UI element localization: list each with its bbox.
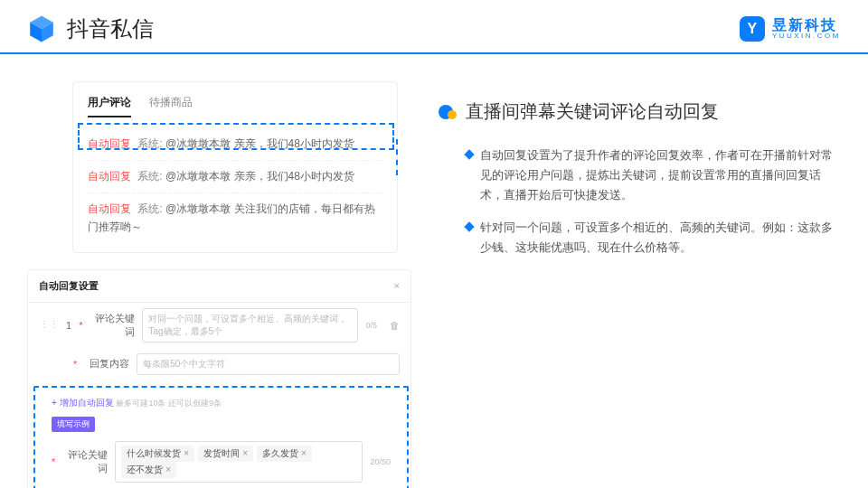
connector-line bbox=[396, 139, 398, 175]
bullet-text: 针对同一个问题，可设置多个相近的、高频的关键词。例如：这款多少钱、这块能优惠吗、… bbox=[480, 218, 841, 258]
settings-title: 自动回复设置 bbox=[39, 279, 99, 293]
brand-name: 昱新科技 bbox=[772, 17, 841, 33]
row-index: 1 bbox=[66, 320, 71, 331]
tag-chip[interactable]: 还不发货 bbox=[121, 462, 176, 478]
required-icon: * bbox=[52, 456, 55, 467]
keyword-input[interactable]: 对同一个问题，可设置多个相近、高频的关键词，Tag确定，最多5个 bbox=[142, 308, 358, 343]
example-tag: 填写示例 bbox=[52, 417, 95, 432]
add-hint: 最多可建10条 还可以创建9条 bbox=[116, 399, 222, 408]
tag-chip[interactable]: 什么时候发货 bbox=[121, 446, 194, 462]
keyword-count: 0/5 bbox=[365, 321, 377, 330]
keyword-label: 评论关键词 bbox=[90, 312, 135, 339]
example-keyword-input[interactable]: 什么时候发货发货时间多久发货还不发货 bbox=[115, 441, 363, 483]
system-label: 系统: bbox=[137, 170, 162, 183]
required-icon: * bbox=[79, 320, 82, 331]
add-auto-reply-link[interactable]: + 增加自动回复 最多可建10条 还可以创建9条 bbox=[41, 393, 401, 413]
highlight-box-1 bbox=[78, 123, 394, 150]
section-title: 直播间弹幕关键词评论自动回复 bbox=[466, 99, 719, 124]
tag-chip[interactable]: 发货时间 bbox=[198, 446, 253, 462]
logo-cube-icon bbox=[27, 14, 56, 43]
comment-row: 自动回复 系统: @冰墩墩本墩 亲亲，我们48小时内发货 bbox=[88, 161, 382, 193]
system-label: 系统: bbox=[137, 202, 162, 215]
example-keyword-label: 评论关键词 bbox=[62, 448, 108, 475]
bullet-item: 自动回复设置为了提升作者的评论回复效率，作者可在开播前针对常见的评论用户问题，提… bbox=[439, 145, 841, 205]
highlight-box-2: + 增加自动回复 最多可建10条 还可以创建9条 填写示例 * 评论关键词 什么… bbox=[33, 386, 409, 488]
content-input[interactable]: 每条限50个中文字符 bbox=[137, 353, 400, 375]
brand-icon: Y bbox=[740, 16, 765, 42]
tag-chip[interactable]: 多久发货 bbox=[257, 446, 312, 462]
comments-card: 用户评论 待播商品 自动回复 系统: @冰墩墩本墩 亲亲，我们48小时内发货 自… bbox=[72, 81, 398, 253]
tab-user-comments[interactable]: 用户评论 bbox=[88, 95, 131, 117]
comment-text: @冰墩墩本墩 亲亲，我们48小时内发货 bbox=[165, 170, 354, 183]
drag-icon[interactable]: ⋮⋮ bbox=[39, 319, 59, 331]
page-title: 抖音私信 bbox=[67, 14, 154, 43]
required-icon: * bbox=[73, 359, 77, 370]
content-label: 回复内容 bbox=[84, 357, 129, 371]
settings-card: 自动回复设置 × ⋮⋮ 1 * 评论关键词 对同一个问题，可设置多个相近、高频的… bbox=[27, 269, 411, 488]
brand-sub: YUUXIN.COM bbox=[772, 33, 841, 41]
auto-reply-tag: 自动回复 bbox=[88, 202, 131, 215]
example-keyword-count: 20/50 bbox=[370, 457, 391, 466]
bullet-text: 自动回复设置为了提升作者的评论回复效率，作者可在开播前针对常见的评论用户问题，提… bbox=[480, 145, 841, 205]
comment-row: 自动回复 系统: @冰墩墩本墩 关注我们的店铺，每日都有热门推荐哟～ bbox=[88, 193, 382, 242]
close-icon[interactable]: × bbox=[394, 280, 400, 291]
diamond-icon bbox=[464, 149, 474, 159]
section-icon bbox=[439, 103, 457, 121]
delete-icon[interactable]: 🗑 bbox=[390, 320, 400, 331]
diamond-icon bbox=[464, 222, 474, 232]
auto-reply-tag: 自动回复 bbox=[88, 170, 131, 183]
tab-pending-products[interactable]: 待播商品 bbox=[149, 95, 193, 117]
brand: Y 昱新科技 YUUXIN.COM bbox=[740, 16, 841, 42]
bullet-item: 针对同一个问题，可设置多个相近的、高频的关键词。例如：这款多少钱、这块能优惠吗、… bbox=[439, 218, 841, 258]
